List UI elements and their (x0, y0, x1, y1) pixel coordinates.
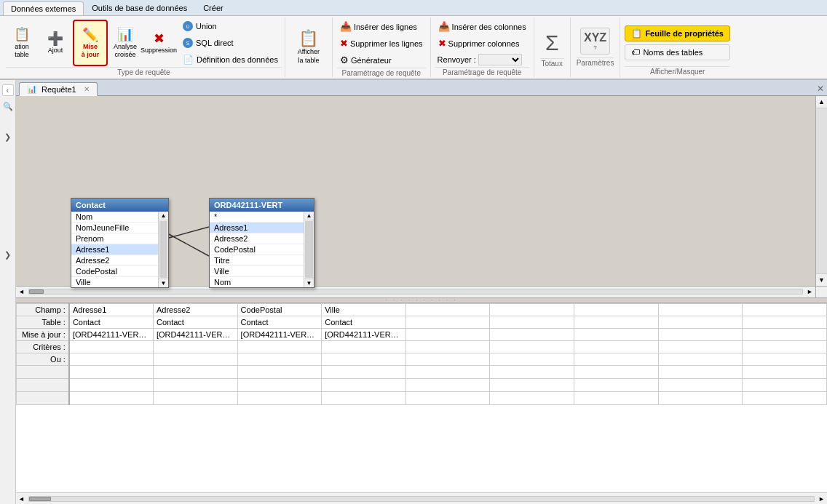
hscroll-left[interactable]: ◄ (16, 286, 27, 297)
field-nomjeunefille[interactable]: NomJeuneFille (71, 223, 168, 233)
grid-cell[interactable] (490, 353, 574, 365)
grid-cell[interactable] (743, 303, 827, 316)
btn-afficher-table[interactable]: 📋 Afficherla table (291, 25, 326, 70)
vscroll-up[interactable]: ▲ (816, 96, 827, 108)
splitter[interactable]: · · · · · · · · · · (16, 297, 827, 303)
grid-cell[interactable] (405, 340, 490, 353)
grid-cell[interactable]: [ORD442111-VERT].[A (153, 328, 237, 340)
grid-cell[interactable] (405, 328, 490, 340)
grid-cell[interactable] (658, 316, 743, 328)
btn-inserer-lignes[interactable]: 📥 Insérer des lignes (337, 19, 426, 34)
field-adresse1[interactable]: Adresse1 (71, 244, 168, 255)
field-prenom[interactable]: Prenom (71, 233, 168, 244)
tab-donnees-externes[interactable]: Données externes (3, 1, 84, 15)
ord-field-ville[interactable]: Ville (210, 266, 314, 277)
btn-sql-direct[interactable]: S SQL direct (179, 36, 282, 50)
tab-close-right[interactable]: ✕ (817, 84, 824, 95)
grid-cell[interactable]: Adresse1 (69, 303, 154, 316)
grid-cell[interactable]: Ville (322, 303, 406, 316)
btn-definition-donnees[interactable]: 📄 Définition des données (179, 52, 282, 67)
renvoyer-field: Renvoyer : (435, 52, 529, 67)
ord-field-codepostal[interactable]: CodePostal (210, 244, 314, 255)
grid-cell[interactable] (743, 340, 827, 353)
btn-analyse-croisee[interactable]: 📊 Analysecroisée (109, 20, 141, 65)
btn-ajout[interactable]: ➕ Ajout (39, 20, 71, 65)
grid-cell[interactable] (490, 328, 574, 340)
btn-inserer-colonnes[interactable]: 📥 Insérer des colonnes (435, 19, 529, 34)
grid-cell[interactable] (405, 316, 490, 328)
ord-field-titre[interactable]: Titre (210, 255, 314, 266)
grid-cell[interactable] (743, 316, 827, 328)
grid-cell[interactable] (322, 340, 406, 353)
grid-hscroll-left[interactable]: ◄ (16, 493, 27, 505)
grid-cell[interactable] (405, 303, 490, 316)
grid-cell[interactable] (490, 303, 574, 316)
btn-noms-tables[interactable]: 🏷 Noms des tables (625, 44, 730, 60)
ord-field-adresse1[interactable]: Adresse1 (210, 223, 314, 233)
grid-cell[interactable]: [ORD442111-VERT].[C (237, 328, 322, 340)
grid-cell[interactable]: Contact (322, 316, 406, 328)
grid-cell[interactable] (574, 353, 659, 365)
grid-cell[interactable] (743, 353, 827, 365)
table-contact-header[interactable]: Contact (71, 199, 168, 212)
query-tab[interactable]: 📊 Requête1 ✕ (19, 82, 98, 96)
btn-suppression[interactable]: ✖ Suppression (143, 20, 175, 65)
grid-cell[interactable] (405, 353, 490, 365)
sidebar-search-icon[interactable]: 🔍 (2, 100, 14, 112)
btn-feuille-proprietes[interactable]: 📋 Feuille de propriétés (625, 25, 730, 41)
btn-supprimer-lignes[interactable]: ✖ Supprimer les lignes (337, 36, 426, 51)
grid-cell[interactable]: Contact (153, 316, 237, 328)
grid-cell[interactable] (658, 340, 743, 353)
btn-supprimer-colonnes[interactable]: ✖ Supprimer colonnes (435, 36, 529, 51)
grid-cell[interactable] (237, 353, 322, 365)
grid-cell[interactable]: Contact (237, 316, 322, 328)
grid-cell[interactable]: Contact (69, 316, 154, 328)
btn-parametres[interactable]: XYZ ? (580, 28, 610, 55)
grid-cell[interactable] (490, 340, 574, 353)
field-nom[interactable]: Nom (71, 212, 168, 223)
ord-field-nom[interactable]: Nom (210, 277, 314, 287)
field-adresse2[interactable]: Adresse2 (71, 255, 168, 266)
ord-field-adresse2[interactable]: Adresse2 (210, 233, 314, 244)
btn-union[interactable]: ∪ Union (179, 19, 282, 33)
sidebar-expand2-icon[interactable]: ❯ (2, 249, 14, 260)
grid-cell[interactable] (658, 303, 743, 316)
grid-cell[interactable]: Adresse2 (153, 303, 237, 316)
hscroll-right[interactable]: ► (804, 286, 815, 297)
query-tab-close[interactable]: ✕ (84, 85, 90, 93)
renvoyer-select[interactable] (478, 54, 522, 65)
grid-cell[interactable] (153, 353, 237, 365)
field-codepostal[interactable]: CodePostal (71, 266, 168, 277)
grid-cell[interactable] (743, 328, 827, 340)
grid-cell[interactable]: [ORD442111-VERT].[A (69, 328, 154, 340)
tab-creer[interactable]: Créer (195, 1, 232, 15)
grid-cell[interactable] (490, 316, 574, 328)
grid-cell[interactable] (574, 340, 659, 353)
field-ville[interactable]: Ville (71, 277, 168, 287)
grid-cell[interactable] (574, 303, 659, 316)
vscroll-down[interactable]: ▼ (816, 273, 827, 286)
btn-mise-a-jour[interactable]: ✏️ Miseà jour (73, 20, 108, 66)
btn-table-action[interactable]: 📋 ation table (6, 20, 38, 65)
table-ord-header[interactable]: ORD442111-VERT (210, 199, 314, 212)
grid-cell[interactable] (237, 340, 322, 353)
grid-cell[interactable] (658, 328, 743, 340)
grid-cell[interactable] (658, 353, 743, 365)
grid-cell[interactable]: CodePostal (237, 303, 322, 316)
table-ord-scroll: ▲ ▼ (304, 212, 314, 287)
grid-cell[interactable] (322, 353, 406, 365)
grid-cell[interactable] (574, 328, 659, 340)
ord-field-star[interactable]: * (210, 212, 314, 223)
grid-cell[interactable] (574, 316, 659, 328)
btn-totaux[interactable]: Σ (542, 28, 562, 58)
grid-cell[interactable] (153, 340, 237, 353)
tab-outils-bdd[interactable]: Outils de base de données (84, 1, 195, 15)
grid-cell[interactable] (69, 340, 154, 353)
sidebar-collapse-btn[interactable]: ‹ (2, 84, 14, 96)
sidebar-expand-icon[interactable]: ❯ (2, 131, 14, 143)
btn-generateur[interactable]: ⚙ Générateur (337, 52, 426, 68)
grid-scroll-thumb[interactable] (29, 497, 51, 501)
grid-cell[interactable] (69, 353, 154, 365)
grid-hscroll-right[interactable]: ► (816, 493, 827, 505)
grid-cell[interactable]: [ORD442111-VERT].[Vi (322, 328, 406, 340)
